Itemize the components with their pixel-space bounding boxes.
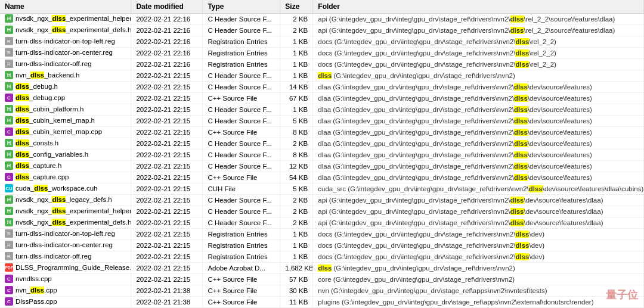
file-folder-cell: docs (G:\integdev_gpu_drv\integ\gpu_drv\… — [313, 251, 644, 263]
file-name-cell: Cnvndlss.cpp — [0, 274, 131, 285]
file-name-text: turn-dlss-indicator-off.reg — [16, 60, 92, 67]
table-row[interactable]: CDlssPass.cpp2022-02-21 21:38C++ Source … — [0, 297, 644, 308]
table-row[interactable]: Hnvn_dlss_backend.h2022-02-21 22:15C Hea… — [0, 70, 644, 82]
file-name-text: dlss_capture.cpp — [16, 173, 69, 181]
table-header-row: Name Date modified Type Size Folder — [0, 0, 644, 14]
file-name-cell: Hnvsdk_ngx_dlss_experimental_helpers.h — [0, 206, 131, 217]
file-date-cell: 2022-02-21 22:16 — [131, 25, 203, 36]
table-row[interactable]: Rturn-dlss-indicator-on-center.reg2022-0… — [0, 240, 644, 251]
file-date-cell: 2022-02-21 22:16 — [131, 36, 203, 48]
file-size-cell: 12 KB — [280, 161, 313, 172]
table-row[interactable]: Hdlss_consts.h2022-02-21 22:15C Header S… — [0, 138, 644, 150]
file-type-cell: Adobe Acrobat D... — [203, 263, 280, 274]
table-row[interactable]: Hdlss_cubin_kernel_map.h2022-02-21 22:15… — [0, 116, 644, 127]
file-name-cell: CDlssPass.cpp — [0, 297, 131, 308]
file-date-cell: 2022-02-21 22:15 — [131, 104, 203, 116]
file-name-cell: PDFDLSS_Programming_Guide_Release.pdf — [0, 263, 131, 274]
table-row[interactable]: Hdlss_debug.h2022-02-21 22:15C Header So… — [0, 82, 644, 93]
file-name-text: nvsdk_ngx_dlss_experimental_defs.h — [16, 219, 131, 226]
file-name-text: turn-dlss-indicator-on-top-left.reg — [16, 230, 115, 237]
reg-file-icon: R — [5, 60, 13, 68]
file-folder-cell: docs (G:\integdev_gpu_drv\integ\gpu_drv\… — [313, 229, 644, 240]
h-file-icon: H — [5, 71, 13, 79]
file-folder-cell: api (G:\integdev_gpu_drv\integ\gpu_drv\s… — [313, 195, 644, 206]
file-name-text: turn-dlss-indicator-on-center.reg — [16, 241, 113, 248]
table-row[interactable]: Cnvndlss.cpp2022-02-21 22:15C++ Source F… — [0, 274, 644, 285]
file-size-cell: 5 KB — [280, 183, 313, 195]
file-size-cell: 5 KB — [280, 116, 313, 127]
file-size-cell: 1 KB — [280, 251, 313, 263]
file-date-cell: 2022-02-21 22:15 — [131, 127, 203, 138]
col-header-date[interactable]: Date modified — [131, 0, 203, 14]
file-type-cell: Registration Entries — [203, 48, 280, 59]
file-name-text: DLSS_Programming_Guide_Release.pdf — [16, 264, 131, 271]
table-row[interactable]: Rturn-dlss-indicator-off.reg2022-02-21 2… — [0, 59, 644, 70]
reg-file-icon: R — [5, 48, 13, 57]
file-name-cell: Rturn-dlss-indicator-off.reg — [0, 251, 131, 263]
file-folder-cell: api (G:\integdev_gpu_drv\integ\gpu_drv\s… — [313, 14, 644, 25]
table-row[interactable]: CUcuda_dlss_workspace.cuh2022-02-21 22:1… — [0, 183, 644, 195]
file-name-cell: Rturn-dlss-indicator-on-top-left.reg — [0, 229, 131, 240]
file-size-cell: 11 KB — [280, 297, 313, 308]
file-explorer-table-wrapper[interactable]: Name Date modified Type Size Folder Hnvs… — [0, 0, 644, 308]
file-name-text: nvsdk_ngx_dlss_experimental_defs.h — [16, 26, 131, 33]
file-name-text: turn-dlss-indicator-on-center.reg — [16, 49, 113, 56]
col-header-type[interactable]: Type — [203, 0, 280, 14]
file-name-cell: Cdlss_cubin_kernel_map.cpp — [0, 127, 131, 138]
table-row[interactable]: Cdlss_debug.cpp2022-02-21 22:15C++ Sourc… — [0, 93, 644, 104]
file-size-cell: 8 KB — [280, 150, 313, 161]
file-table: Name Date modified Type Size Folder Hnvs… — [0, 0, 644, 308]
file-folder-cell: dlaa (G:\integdev_gpu_drv\integ\gpu_drv\… — [313, 116, 644, 127]
table-row[interactable]: Cdlss_cubin_kernel_map.cpp2022-02-21 22:… — [0, 127, 644, 138]
h-file-icon: H — [5, 195, 13, 204]
file-name-cell: Rturn-dlss-indicator-on-center.reg — [0, 48, 131, 59]
file-type-cell: Registration Entries — [203, 240, 280, 251]
table-row[interactable]: Hnvsdk_ngx_dlss_experimental_defs.h2022-… — [0, 25, 644, 36]
table-row[interactable]: Rturn-dlss-indicator-on-center.reg2022-0… — [0, 48, 644, 59]
h-file-icon: H — [5, 207, 13, 215]
table-row[interactable]: Hnvsdk_ngx_dlss_experimental_defs.h2022-… — [0, 217, 644, 229]
file-folder-cell: plugins (G:\integdev_gpu_drv\integ\gpu_d… — [313, 297, 644, 308]
file-table-body: Hnvsdk_ngx_dlss_experimental_helpers.h20… — [0, 14, 644, 309]
table-row[interactable]: Rturn-dlss-indicator-on-top-left.reg2022… — [0, 229, 644, 240]
table-row[interactable]: Hdlss_capture.h2022-02-21 22:15C Header … — [0, 161, 644, 172]
file-type-cell: C Header Source F... — [203, 82, 280, 93]
file-name-text: nvsdk_ngx_dlss_legacy_defs.h — [16, 196, 112, 203]
h-file-icon: H — [5, 26, 13, 34]
table-row[interactable]: Hnvsdk_ngx_dlss_experimental_helpers.h20… — [0, 206, 644, 217]
table-row[interactable]: Rturn-dlss-indicator-on-top-left.reg2022… — [0, 36, 644, 48]
col-header-name[interactable]: Name — [0, 0, 131, 14]
file-size-cell: 1 KB — [280, 48, 313, 59]
col-header-size[interactable]: Size — [280, 0, 313, 14]
h-file-icon: H — [5, 82, 13, 91]
file-date-cell: 2022-02-21 22:15 — [131, 183, 203, 195]
col-header-folder[interactable]: Folder — [313, 0, 644, 14]
file-date-cell: 2022-02-21 22:15 — [131, 82, 203, 93]
file-size-cell: 1 KB — [280, 36, 313, 48]
file-type-cell: C Header Source F... — [203, 161, 280, 172]
file-size-cell: 1 KB — [280, 229, 313, 240]
file-name-text: nvsdk_ngx_dlss_experimental_helpers.h — [16, 207, 131, 214]
file-folder-cell: cuda_src (G:\integdev_gpu_drv\integ\gpu_… — [313, 183, 644, 195]
cpp-file-icon: C — [5, 286, 13, 294]
file-name-cell: Hdlss_cubin_platform.h — [0, 104, 131, 116]
table-row[interactable]: PDFDLSS_Programming_Guide_Release.pdf202… — [0, 263, 644, 274]
file-size-cell: 2 KB — [280, 217, 313, 229]
file-name-cell: CUcuda_dlss_workspace.cuh — [0, 183, 131, 195]
table-row[interactable]: Hdlss_config_variables.h2022-02-21 22:15… — [0, 150, 644, 161]
table-row[interactable]: Hnvsdk_ngx_dlss_experimental_helpers.h20… — [0, 14, 644, 25]
file-type-cell: C Header Source F... — [203, 104, 280, 116]
file-date-cell: 2022-02-21 22:15 — [131, 229, 203, 240]
file-type-cell: C Header Source F... — [203, 25, 280, 36]
table-row[interactable]: Rturn-dlss-indicator-off.reg2022-02-21 2… — [0, 251, 644, 263]
file-folder-cell: api (G:\integdev_gpu_drv\integ\gpu_drv\s… — [313, 25, 644, 36]
cpp-file-icon: C — [5, 297, 13, 306]
table-row[interactable]: Cdlss_capture.cpp2022-02-21 22:15C++ Sou… — [0, 172, 644, 183]
table-row[interactable]: Cnvn_dlss.cpp2022-02-21 21:38C++ Source … — [0, 285, 644, 297]
table-row[interactable]: Hdlss_cubin_platform.h2022-02-21 22:15C … — [0, 104, 644, 116]
file-size-cell: 2 KB — [280, 25, 313, 36]
table-row[interactable]: Hnvsdk_ngx_dlss_legacy_defs.h2022-02-21 … — [0, 195, 644, 206]
file-type-cell: Registration Entries — [203, 229, 280, 240]
file-folder-cell: api (G:\integdev_gpu_drv\integ\gpu_drv\s… — [313, 206, 644, 217]
file-type-cell: C Header Source F... — [203, 206, 280, 217]
